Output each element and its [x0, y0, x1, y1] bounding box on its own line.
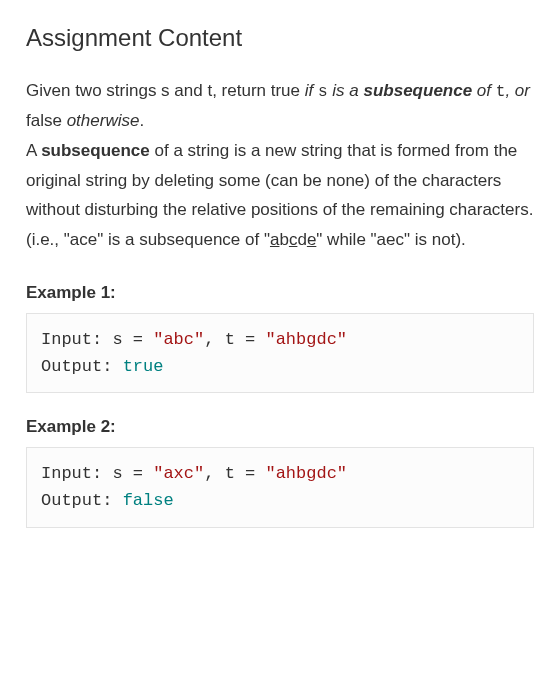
example-1-code: Input: s = "abc", t = "ahbgdc" Output: t…	[26, 313, 534, 393]
desc-italic: if	[305, 81, 318, 100]
example-2-label: Example 2:	[26, 417, 534, 437]
code-text: , t =	[204, 464, 265, 483]
page-title: Assignment Content	[26, 24, 534, 52]
code-text: Input: s =	[41, 464, 153, 483]
example-2-code: Input: s = "axc", t = "ahbgdc" Output: f…	[26, 447, 534, 527]
desc-text: d	[297, 230, 306, 249]
desc-code: s	[318, 83, 328, 101]
problem-description: Given two strings s and t, return true i…	[26, 76, 534, 255]
desc-italic: of	[472, 81, 496, 100]
code-bool: true	[123, 357, 164, 376]
desc-text: Given two strings s and t, return true	[26, 81, 305, 100]
desc-code: t	[496, 83, 506, 101]
desc-text: b	[279, 230, 288, 249]
desc-italic: is a	[328, 81, 364, 100]
desc-text: " while "aec" is not).	[316, 230, 465, 249]
code-bool: false	[123, 491, 174, 510]
code-string: "ahbgdc"	[265, 330, 347, 349]
code-text: Output:	[41, 491, 123, 510]
desc-text: .	[139, 111, 144, 130]
code-text: , t =	[204, 330, 265, 349]
desc-underline: e	[307, 230, 316, 249]
desc-text: false	[26, 111, 62, 130]
code-string: "ahbgdc"	[265, 464, 347, 483]
desc-text: A	[26, 141, 41, 160]
code-text: Input: s =	[41, 330, 153, 349]
desc-keyword: subsequence	[41, 141, 150, 160]
code-string: "axc"	[153, 464, 204, 483]
desc-keyword: subsequence	[363, 81, 472, 100]
code-text: Output:	[41, 357, 123, 376]
desc-italic: , or	[505, 81, 530, 100]
desc-italic: otherwise	[67, 111, 140, 130]
example-1-label: Example 1:	[26, 283, 534, 303]
code-string: "abc"	[153, 330, 204, 349]
